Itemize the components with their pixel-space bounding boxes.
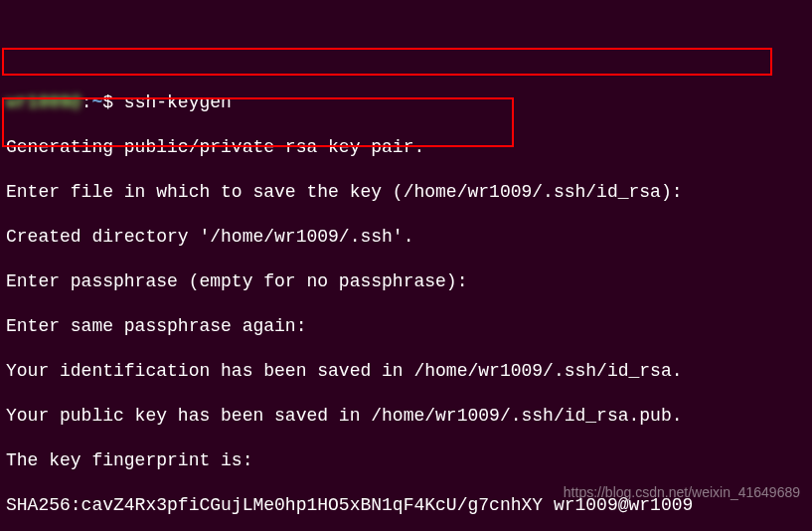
output-line: Created directory '/home/wr1009/.ssh'. — [6, 226, 806, 249]
output-line: The key fingerprint is: — [6, 449, 806, 472]
output-line: Enter same passphrase again: — [6, 315, 806, 338]
output-line: Enter passphrase (empty for no passphras… — [6, 270, 806, 293]
output-line: Your identification has been saved in /h… — [6, 360, 806, 383]
output-line: Generating public/private rsa key pair. — [6, 136, 806, 159]
output-line: Enter file in which to save the key (/ho… — [6, 181, 806, 204]
prompt-line: wr1009@:~$ ssh-keygen — [6, 91, 806, 114]
prompt-dollar: $ — [102, 92, 124, 112]
prompt-user-blurred: wr1009@ — [6, 91, 81, 114]
highlight-box-1 — [2, 48, 772, 76]
prompt-colon: : — [81, 92, 92, 112]
watermark-text: https://blog.csdn.net/weixin_41649689 — [564, 484, 800, 502]
prompt-path: ~ — [91, 92, 102, 112]
command-text[interactable]: ssh-keygen — [124, 92, 232, 112]
output-line: Your public key has been saved in /home/… — [6, 405, 806, 428]
